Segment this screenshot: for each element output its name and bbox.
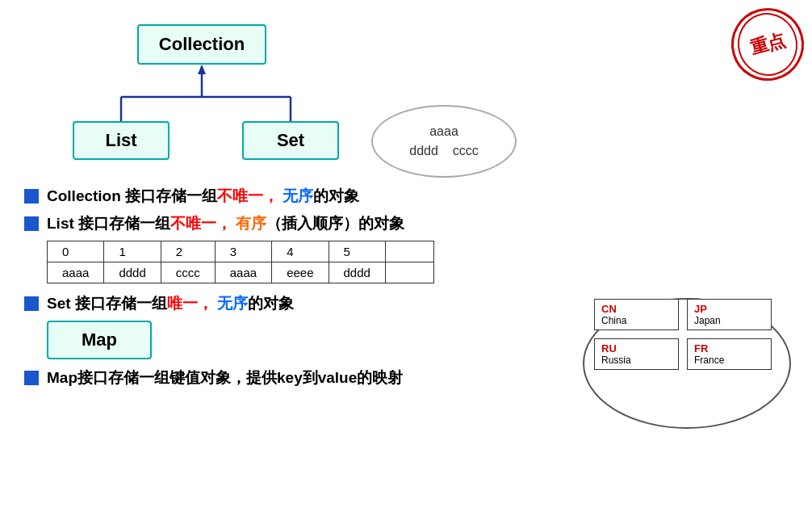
val-3: aaaa (215, 262, 271, 283)
bullet-square-4 (24, 371, 39, 385)
val-6 (385, 262, 433, 283)
diagram-section: Collection List Set aaaadddd cccc (24, 16, 788, 178)
col-3: 3 (215, 241, 271, 262)
kv-cn: CN China (594, 299, 679, 330)
col-0: 0 (48, 241, 104, 262)
table-data-row: aaaa dddd cccc aaaa eeee dddd (48, 262, 434, 283)
list-table: 0 1 2 3 4 5 aaaa dddd cccc aaaa eeee ddd… (47, 241, 434, 283)
map-box: Map (47, 321, 152, 359)
kv-fr: FR France (687, 338, 772, 370)
col-2: 2 (161, 241, 215, 262)
col-1: 1 (104, 241, 161, 262)
list-box: List (73, 121, 170, 160)
val-4: eeee (272, 262, 329, 283)
val-5: dddd (329, 262, 385, 283)
col-4: 4 (272, 241, 329, 262)
kv-jp: JP Japan (687, 299, 772, 330)
diagram-tree: Collection List Set (24, 16, 363, 178)
val-2: cccc (161, 262, 215, 283)
set-oval-diagram: aaaadddd cccc (371, 105, 517, 178)
svg-marker-1 (198, 65, 206, 74)
set-box: Set (242, 121, 339, 160)
table-header-row: 0 1 2 3 4 5 (48, 241, 434, 262)
bullet-square-3 (24, 296, 39, 311)
val-1: dddd (104, 262, 161, 283)
bullet-square-2 (24, 216, 39, 231)
col-5: 5 (329, 241, 385, 262)
main-container: 重点 Collection (0, 0, 812, 411)
collection-box: Collection (137, 24, 266, 65)
kv-grid: CN China JP Japan RU Russia FR France (594, 299, 772, 370)
col-6 (385, 241, 433, 262)
map-kv-diagram: CN China JP Japan RU Russia FR France (578, 287, 796, 432)
kv-ru: RU Russia (594, 338, 679, 370)
bullet-collection: Collection 接口存储一组不唯一， 无序的对象 (24, 186, 788, 207)
val-0: aaaa (48, 262, 104, 283)
bullet-square-1 (24, 189, 39, 204)
bullet-list: List 接口存储一组不唯一， 有序（插入顺序）的对象 (24, 213, 788, 234)
